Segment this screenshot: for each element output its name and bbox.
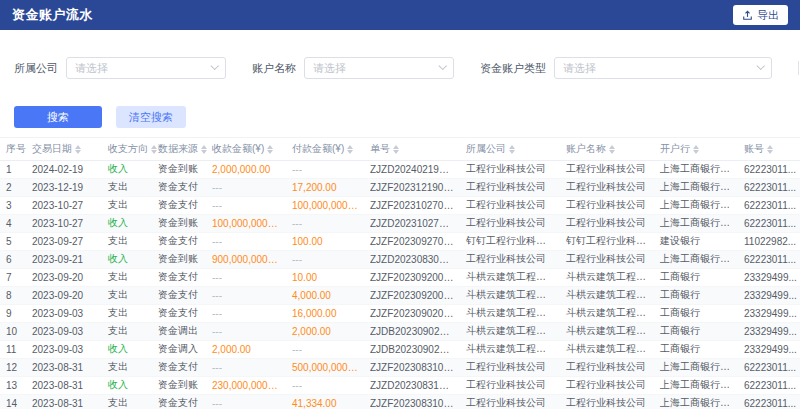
cell-receipt: --- <box>206 196 286 214</box>
cell-bank: 上海工商银行漕河泾支行 <box>654 214 738 232</box>
cell-bank: 上海工商银行漕河泾支行 <box>654 196 738 214</box>
cell-source: 资金调入 <box>152 340 206 358</box>
sort-icon <box>75 145 81 154</box>
cell-account_no: 62223011... <box>738 214 800 232</box>
account-name-select[interactable]: 请选择 <box>304 57 454 79</box>
account-name-placeholder: 请选择 <box>313 61 346 76</box>
cell-account_no: 23329499... <box>738 322 800 340</box>
cell-date: 2023-09-21 <box>26 250 102 268</box>
cell-account_name: 工程行业科技公司 <box>560 196 654 214</box>
filter-bar: 所属公司 请选择 账户名称 请选择 资金账户类型 请选择 展开筛选 <box>0 30 800 103</box>
cell-direction: 收入 <box>102 340 152 358</box>
cell-account_name: 工程行业科技公司 <box>560 376 654 394</box>
account-type-placeholder: 请选择 <box>563 61 596 76</box>
table-row: 142023-08-31支出资金支付---41,334.00ZJZF202308… <box>0 394 800 409</box>
column-header-order_no[interactable]: 单号 <box>364 138 460 160</box>
cell-payment: 100.00 <box>286 232 364 250</box>
cell-source: 资金到账 <box>152 214 206 232</box>
filter-account-type: 资金账户类型 请选择 <box>480 57 772 79</box>
results-table: 序号交易日期收支方向数据来源收款金额(¥)付款金额(¥)单号所属公司账户名称开户… <box>0 138 800 409</box>
cell-company: 工程行业科技公司 <box>460 376 560 394</box>
cell-payment: --- <box>286 160 364 178</box>
column-header-bank[interactable]: 开户行 <box>654 138 738 160</box>
cell-account_no: 62223011... <box>738 250 800 268</box>
cell-receipt: 900,000,000.00 <box>206 250 286 268</box>
table-row: 112023-09-03收入资金调入2,000.00---ZJDB2023090… <box>0 340 800 358</box>
column-header-payment[interactable]: 付款金额(¥) <box>286 138 364 160</box>
filter-account-name-label: 账户名称 <box>252 61 296 76</box>
cell-date: 2023-09-20 <box>26 286 102 304</box>
cell-source: 资金支付 <box>152 178 206 196</box>
cell-order_no: ZJDB20230902001 <box>364 340 460 358</box>
cell-order_no: ZJZF20231219001 <box>364 178 460 196</box>
table-row: 122023-08-31支出资金支付---500,000,000.00ZJZF2… <box>0 358 800 376</box>
cell-index: 7 <box>0 268 26 286</box>
cell-date: 2023-10-27 <box>26 214 102 232</box>
cell-order_no: ZJZF20230920002 <box>364 268 460 286</box>
column-label: 所属公司 <box>466 143 506 154</box>
search-button[interactable]: 搜索 <box>14 106 102 128</box>
cell-date: 2023-08-31 <box>26 376 102 394</box>
cell-company: 工程行业科技公司 <box>460 250 560 268</box>
cell-account_no: 62223011... <box>738 358 800 376</box>
account-type-select[interactable]: 请选择 <box>554 57 772 79</box>
cell-source: 资金到账 <box>152 160 206 178</box>
column-header-direction[interactable]: 收支方向 <box>102 138 152 160</box>
cell-company: 斗栱云建筑工程有限公司 <box>460 322 560 340</box>
cell-bank: 工商银行 <box>654 268 738 286</box>
cell-receipt: --- <box>206 394 286 409</box>
cell-date: 2023-08-31 <box>26 394 102 409</box>
export-button[interactable]: 导出 <box>733 5 788 25</box>
cell-source: 资金支付 <box>152 196 206 214</box>
table-row: 132023-08-31收入资金到账230,000,000.00---ZJZD2… <box>0 376 800 394</box>
cell-bank: 上海工商银行漕河泾支行 <box>654 394 738 409</box>
cell-company: 工程行业科技公司 <box>460 196 560 214</box>
cell-direction: 收入 <box>102 160 152 178</box>
cell-company: 工程行业科技公司 <box>460 214 560 232</box>
cell-receipt: --- <box>206 358 286 376</box>
cell-company: 斗栱云建筑工程有限公司 <box>460 268 560 286</box>
cell-direction: 收入 <box>102 250 152 268</box>
cell-account_name: 工程行业科技公司 <box>560 358 654 376</box>
column-header-receipt[interactable]: 收款金额(¥) <box>206 138 286 160</box>
cell-source: 资金支付 <box>152 358 206 376</box>
column-header-company[interactable]: 所属公司 <box>460 138 560 160</box>
cell-bank: 上海工商银行漕河泾支行 <box>654 376 738 394</box>
cell-account_name: 工程行业科技公司 <box>560 178 654 196</box>
cell-direction: 支出 <box>102 304 152 322</box>
sort-icon <box>767 145 773 154</box>
cell-bank: 上海工商银行漕河泾支行 <box>654 250 738 268</box>
page-title: 资金账户流水 <box>12 6 93 24</box>
cell-date: 2023-09-27 <box>26 232 102 250</box>
cell-payment: --- <box>286 214 364 232</box>
column-header-account_no[interactable]: 账号 <box>738 138 800 160</box>
table-row: 42023-10-27收入资金到账100,000,000.00---ZJZD20… <box>0 214 800 232</box>
cell-payment: --- <box>286 340 364 358</box>
column-header-date[interactable]: 交易日期 <box>26 138 102 160</box>
table-row: 22023-12-19支出资金支付---17,200.00ZJZF2023121… <box>0 178 800 196</box>
cell-source: 资金到账 <box>152 250 206 268</box>
table-row: 82023-09-20支出资金支付---4,000.00ZJZF20230920… <box>0 286 800 304</box>
cell-company: 钉钉工程行业科技测... <box>460 232 560 250</box>
clear-search-button[interactable]: 清空搜索 <box>116 106 186 128</box>
table-row: 12024-02-19收入资金到账2,000,000.00---ZJZD2024… <box>0 160 800 178</box>
cell-index: 13 <box>0 376 26 394</box>
column-header-source[interactable]: 数据来源 <box>152 138 206 160</box>
cell-payment: 41,334.00 <box>286 394 364 409</box>
column-label: 收款金额(¥) <box>212 143 264 154</box>
cell-bank: 工商银行 <box>654 340 738 358</box>
column-label: 付款金额(¥) <box>292 143 344 154</box>
cell-index: 14 <box>0 394 26 409</box>
company-select[interactable]: 请选择 <box>66 57 226 79</box>
cell-account_no: 23329499... <box>738 286 800 304</box>
column-label: 单号 <box>370 143 390 154</box>
company-select-placeholder: 请选择 <box>75 61 108 76</box>
cell-account_no: 62223011... <box>738 178 800 196</box>
cell-source: 资金支付 <box>152 304 206 322</box>
column-header-account_name[interactable]: 账户名称 <box>560 138 654 160</box>
table-row: 92023-09-03支出资金支付---16,000.00ZJZF2023090… <box>0 304 800 322</box>
cell-account_no: 23329499... <box>738 304 800 322</box>
cell-index: 6 <box>0 250 26 268</box>
cell-account_no: 11022982... <box>738 232 800 250</box>
cell-order_no: ZJZD20230831001 <box>364 376 460 394</box>
